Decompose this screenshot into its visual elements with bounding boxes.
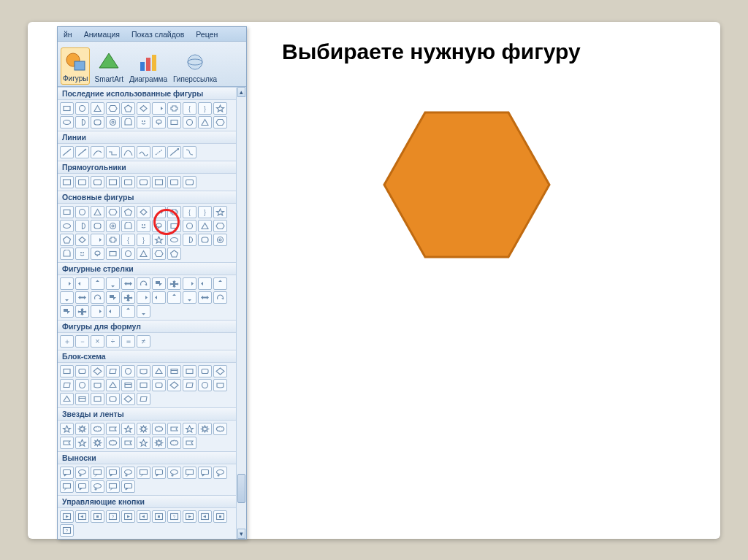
shape-item[interactable] [91,176,104,188]
shape-item[interactable] [121,146,135,158]
shape-item[interactable] [137,305,150,318]
shape-item[interactable] [91,305,104,318]
shape-item[interactable]: } [198,206,212,218]
shape-item[interactable] [75,146,89,158]
shape-item[interactable] [137,146,150,158]
shape-item[interactable] [213,277,227,290]
hyperlink-button[interactable]: Гиперссылка [172,49,218,85]
shape-item[interactable] [167,437,181,449]
shape-item[interactable] [91,248,104,260]
shape-item[interactable] [167,220,181,232]
shape-item[interactable] [198,365,212,377]
shape-item[interactable] [121,480,135,493]
shape-item[interactable] [213,423,227,435]
shape-item[interactable] [213,206,227,218]
shape-item[interactable]: ? [167,510,181,523]
shape-item[interactable] [75,116,89,129]
shape-item[interactable] [75,248,89,260]
shape-item[interactable] [106,393,120,405]
shape-item[interactable] [121,116,135,129]
shape-item[interactable] [121,248,135,260]
shape-item[interactable] [121,423,135,435]
smartart-button[interactable]: SmartArt [93,49,124,85]
shape-item[interactable] [137,423,150,435]
shape-item[interactable] [213,365,227,377]
shape-item[interactable] [60,365,74,377]
shape-item[interactable] [137,291,150,304]
shape-item[interactable] [152,437,166,449]
shape-item[interactable] [60,291,74,304]
shape-item[interactable] [183,277,196,290]
shape-item[interactable] [91,234,104,246]
shape-item[interactable] [183,176,196,188]
shape-item[interactable] [152,102,166,115]
shape-item[interactable] [75,277,89,290]
shape-item[interactable] [60,176,74,188]
shape-item[interactable]: } [198,102,212,115]
shapes-panel-scrollbar[interactable]: ▴ ▾ [236,87,246,539]
shape-item[interactable] [121,176,135,188]
shape-item[interactable] [106,423,120,435]
shape-item[interactable] [152,277,166,290]
shape-item[interactable] [152,248,166,260]
shape-item[interactable] [60,116,74,129]
shape-item[interactable] [106,234,120,246]
shape-item[interactable]: ＝ [121,335,135,348]
shape-item[interactable] [91,379,104,391]
shape-item[interactable] [75,437,89,449]
shape-item[interactable]: ? [60,524,74,537]
shape-item[interactable] [137,393,150,405]
shape-item[interactable] [91,467,104,479]
shape-item[interactable] [106,206,120,218]
shape-item[interactable] [137,206,150,218]
shape-item[interactable] [121,379,135,391]
shape-item[interactable] [198,116,212,129]
shape-item[interactable] [137,248,150,260]
shape-item[interactable] [106,116,120,129]
shape-item[interactable] [183,116,196,129]
shape-item[interactable] [60,248,74,260]
shape-item[interactable] [106,102,120,115]
shape-item[interactable] [106,480,120,493]
shape-item[interactable] [91,393,104,405]
shape-item[interactable] [167,277,181,290]
shape-item[interactable]: ≠ [137,335,150,348]
shape-item[interactable] [183,467,196,479]
shape-item[interactable] [121,206,135,218]
ribbon-tab[interactable]: Показ слайдов [126,30,190,39]
chart-button[interactable]: Диаграмма [128,49,169,85]
shape-item[interactable] [213,220,227,232]
shape-item[interactable] [91,102,104,115]
shape-item[interactable] [183,365,196,377]
shape-item[interactable]: ? [106,510,120,523]
shape-item[interactable]: × [91,335,104,348]
shape-item[interactable] [183,510,196,523]
ribbon-tab[interactable]: Рецен [190,30,224,39]
shape-item[interactable] [137,379,150,391]
shape-item[interactable] [167,146,181,158]
shape-item[interactable] [152,379,166,391]
shape-item[interactable] [106,379,120,391]
shape-item[interactable] [106,365,120,377]
shapes-dropdown-button[interactable]: Фигуры [61,47,90,85]
shape-item[interactable] [106,220,120,232]
shape-item[interactable] [152,423,166,435]
shape-item[interactable] [60,206,74,218]
shape-item[interactable] [75,291,89,304]
shape-item[interactable] [106,248,120,260]
scrollbar-thumb[interactable] [237,474,245,503]
shape-item[interactable] [106,437,120,449]
shape-item[interactable] [167,116,181,129]
shape-item[interactable] [60,234,74,246]
shape-item[interactable] [121,437,135,449]
shape-item[interactable] [183,379,196,391]
shape-item[interactable] [75,393,89,405]
shape-item[interactable] [213,510,227,523]
shape-item[interactable] [60,510,74,523]
shape-item[interactable] [60,467,74,479]
shape-item[interactable] [75,206,89,218]
shape-item[interactable] [198,277,212,290]
shape-item[interactable] [60,423,74,435]
shape-item[interactable] [60,480,74,493]
shape-item[interactable] [121,510,135,523]
